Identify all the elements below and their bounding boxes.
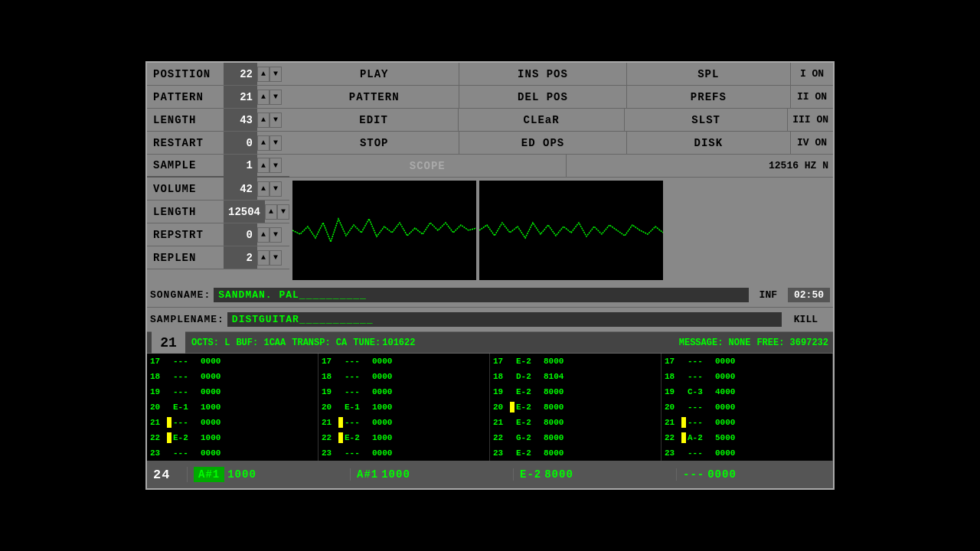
left-controls: POSITION 22 ▲ ▼ PATTERN 21 ▲ ▼ LENGTH 43 [147, 63, 289, 283]
pattern-up[interactable]: ▲ [257, 90, 270, 105]
pattern-row-entry[interactable]: 23E-28000 [490, 445, 661, 461]
length-up[interactable]: ▲ [257, 112, 270, 128]
pattern-row-entry[interactable]: 22E-21000 [147, 430, 318, 445]
sample-length-down[interactable]: ▼ [277, 204, 289, 220]
on1-button[interactable]: I ON [791, 63, 833, 85]
repstrt-down[interactable]: ▼ [270, 227, 282, 243]
spl-button[interactable]: SPL [627, 63, 791, 85]
songname-value[interactable]: SANDMAN. PAL__________ [214, 288, 748, 302]
length-row-ctrl: LENGTH 43 ▲ ▼ [147, 109, 289, 132]
current-hex: 1000 [227, 468, 256, 481]
pattern-row-entry[interactable]: 18D-28104 [490, 369, 661, 384]
sample-arrows: ▲ ▼ [257, 155, 282, 176]
stop-button[interactable]: STOP [289, 132, 459, 154]
replen-label: REPLEN [147, 246, 224, 269]
restart-down[interactable]: ▼ [270, 135, 282, 151]
volume-up[interactable]: ▲ [257, 181, 270, 197]
pattern-row-entry[interactable]: 18---0000 [147, 369, 318, 384]
sample-length-label: LENGTH [147, 201, 224, 223]
pattern-row-entry[interactable]: 19C-34000 [662, 384, 832, 399]
pattern-button[interactable]: PATTERN [289, 86, 459, 108]
ed-ops-button[interactable]: ED OPS [459, 132, 626, 154]
pattern-row-entry[interactable]: 20---0000 [662, 399, 832, 415]
position-value: 22 [224, 63, 257, 85]
pattern-row-entry[interactable]: 17---0000 [318, 354, 489, 369]
position-arrows: ▲ ▼ [257, 63, 282, 85]
samplename-value[interactable]: DISTGUITAR___________ [227, 312, 782, 327]
pattern-row-entry[interactable]: 20E-28000 [490, 399, 661, 415]
pattern-row-entry[interactable]: 17E-28000 [490, 354, 661, 369]
current-col-0: A#11000 [187, 467, 338, 482]
volume-down[interactable]: ▼ [270, 181, 282, 197]
inf-button[interactable]: INF [752, 288, 785, 302]
current-row-display: 24A#11000A#11000E-28000---0000 [147, 461, 833, 488]
restart-up[interactable]: ▲ [257, 135, 270, 151]
current-note-active: A#1 [194, 467, 224, 482]
current-col-1: A#11000 [350, 468, 501, 481]
disk-button[interactable]: DISK [627, 132, 791, 154]
current-step-num: 24 [153, 468, 175, 482]
scope-displays [289, 178, 833, 283]
ins-pos-button[interactable]: INS POS [459, 63, 626, 85]
pattern-row-entry[interactable]: 17---0000 [147, 354, 318, 369]
del-pos-button[interactable]: DEL POS [459, 86, 626, 108]
pattern-down[interactable]: ▼ [270, 90, 282, 105]
pattern-row-entry[interactable]: 23---0000 [318, 445, 489, 461]
position-up[interactable]: ▲ [257, 67, 270, 82]
sample-length-row: LENGTH 12504 ▲ ▼ [147, 201, 289, 223]
sample-length-up[interactable]: ▲ [265, 204, 277, 220]
pattern-row-ctrl: PATTERN 21 ▲ ▼ [147, 86, 289, 109]
on3-button[interactable]: III ON [788, 109, 833, 131]
info-tune-val: 101622 [382, 337, 415, 348]
scope-button[interactable]: SCOPE [289, 155, 567, 177]
scope-waveform-right [479, 181, 663, 280]
pattern-row-entry[interactable]: 20E-11000 [318, 399, 489, 415]
sample-up[interactable]: ▲ [257, 158, 270, 173]
pattern-row-entry[interactable]: 19---0000 [318, 384, 489, 399]
replen-down[interactable]: ▼ [270, 250, 282, 266]
pattern-arrows: ▲ ▼ [257, 86, 282, 108]
on2-button[interactable]: II ON [791, 86, 833, 108]
pattern-row-entry[interactable]: 21---0000 [318, 415, 489, 430]
on4-button[interactable]: IV ON [791, 132, 833, 154]
btn-row-2: PATTERN DEL POS PREFS II ON [289, 86, 833, 109]
pattern-row-entry[interactable]: 23---0000 [662, 445, 832, 461]
pattern-row-entry[interactable]: 18---0000 [318, 369, 489, 384]
pattern-row-entry[interactable]: 22G-28000 [490, 430, 661, 445]
pattern-row-entry[interactable]: 21E-28000 [490, 415, 661, 430]
length-down[interactable]: ▼ [270, 112, 282, 128]
volume-value: 42 [224, 178, 257, 200]
repstrt-label: REPSTRT [147, 223, 224, 246]
kill-button[interactable]: KILL [782, 312, 830, 327]
sample-down[interactable]: ▼ [270, 158, 282, 173]
sample-row-ctrl: SAMPLE 1 ▲ ▼ [147, 155, 289, 178]
hz-display: 12516 HZ N [567, 155, 834, 177]
current-hex: 0000 [707, 468, 737, 481]
slst-button[interactable]: SLST [625, 109, 788, 131]
pattern-row-entry[interactable]: 23---0000 [147, 445, 318, 461]
clear-button[interactable]: CLEaR [459, 109, 625, 131]
play-button[interactable]: PLAY [289, 63, 459, 85]
replen-up[interactable]: ▲ [257, 250, 270, 266]
pattern-row-entry[interactable]: 21---0000 [662, 415, 832, 430]
current-hex: 1000 [381, 468, 410, 481]
pattern-row-entry[interactable]: 19---0000 [147, 384, 318, 399]
pattern-row-entry[interactable]: 22E-21000 [318, 430, 489, 445]
btn-row-3: EDIT CLEaR SLST III ON [289, 109, 833, 132]
pattern-row-entry[interactable]: 22A-25000 [662, 430, 832, 445]
replen-value: 2 [224, 246, 257, 269]
pattern-row-entry[interactable]: 20E-11000 [147, 399, 318, 415]
position-down[interactable]: ▼ [270, 67, 282, 82]
pattern-row-entry[interactable]: 18---0000 [662, 369, 832, 384]
pattern-columns: 17---000018---000019---000020E-1100021--… [147, 354, 833, 461]
pattern-row-entry[interactable]: 19E-28000 [490, 384, 661, 399]
sample-value: 1 [224, 155, 257, 176]
pattern-row-entry[interactable]: 17---0000 [662, 354, 832, 369]
edit-button[interactable]: EDIT [289, 109, 459, 131]
btn-row-1: PLAY INS POS SPL I ON [289, 63, 833, 86]
prefs-button[interactable]: PREFS [627, 86, 791, 108]
pattern-col-0: 17---000018---000019---000020E-1100021--… [147, 354, 318, 461]
repstrt-up[interactable]: ▲ [257, 227, 270, 243]
position-label: POSITION [147, 63, 224, 85]
pattern-row-entry[interactable]: 21---0000 [147, 415, 318, 430]
